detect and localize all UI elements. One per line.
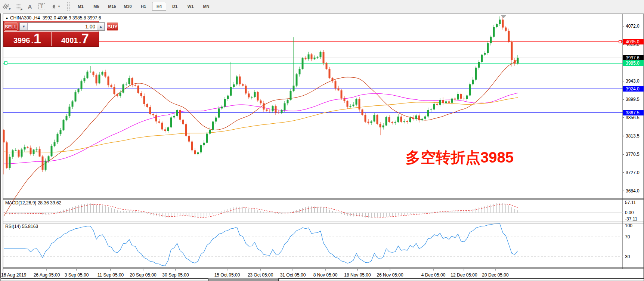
candle-body	[78, 89, 80, 92]
candle-body	[224, 99, 226, 106]
candle-body	[111, 85, 112, 87]
candle-body	[475, 68, 477, 80]
candle-body	[394, 122, 396, 123]
line-handle[interactable]	[4, 62, 7, 64]
candle-body	[451, 99, 453, 103]
candle-body	[508, 31, 510, 41]
candle-body	[21, 149, 23, 157]
candle-body	[421, 119, 423, 120]
candle-body	[314, 58, 316, 59]
candle-body	[239, 77, 241, 84]
candle-body	[221, 106, 223, 108]
candle-body	[305, 58, 307, 59]
price-badge-label: 3924.0	[626, 86, 640, 92]
candle-body	[353, 105, 354, 106]
candle-body	[347, 101, 349, 107]
price-badge-label: 3985.0	[626, 61, 640, 66]
candle-body	[182, 120, 184, 124]
candle-body	[152, 114, 154, 115]
candle-body	[496, 24, 498, 27]
date-label: 26 Nov 05:00	[377, 272, 403, 278]
candle-body	[386, 117, 387, 126]
date-label: 16 Aug 2019	[1, 272, 27, 278]
candle-body	[27, 147, 29, 148]
volume-decrease-button[interactable]: ▼	[20, 23, 28, 30]
price-tick-label: 3770.5	[626, 152, 640, 157]
candle-body	[388, 117, 390, 122]
candle-body	[406, 121, 408, 122]
candle-body	[146, 104, 148, 107]
rsi-label: RSI(14) 55.8163	[5, 224, 38, 229]
candle-body	[87, 72, 89, 78]
buy-price[interactable]: 4001 . 7	[51, 31, 99, 46]
candle-body	[415, 115, 417, 119]
date-label: 4 Dec 05:00	[421, 272, 446, 278]
scrollbar-track-right	[278, 278, 644, 281]
candle-body	[84, 78, 86, 81]
candle-body	[383, 126, 384, 127]
buy-button[interactable]: BUY	[107, 22, 118, 31]
bottom-scrollbar[interactable]	[0, 278, 644, 281]
candle-body	[317, 57, 319, 58]
candle-body	[290, 91, 292, 100]
candle-body	[123, 84, 124, 93]
candle-body	[215, 118, 217, 122]
candle-body	[185, 124, 187, 136]
spinner-down-icon: ▼	[22, 25, 25, 28]
volume-input[interactable]	[28, 23, 97, 30]
candle-body	[15, 150, 17, 151]
sell-price[interactable]: 3996 . 1	[4, 31, 51, 46]
candle-body	[377, 115, 378, 124]
candle-body	[424, 117, 426, 119]
candle-body	[36, 149, 38, 150]
date-label: 11 Sep 05:00	[97, 272, 124, 278]
candle-body	[463, 99, 465, 99]
candle-body	[374, 115, 375, 121]
volume-increase-button[interactable]: ▲	[97, 23, 105, 30]
candle-body	[329, 69, 331, 78]
date-label: 15 Oct 05:00	[214, 272, 240, 278]
sell-price-dot: .	[31, 36, 33, 44]
date-label: 18 Nov 05:00	[344, 272, 371, 278]
price-tick-label: 4072.0	[626, 24, 640, 29]
candle-body	[466, 96, 468, 99]
candle-body	[179, 110, 181, 120]
price-tick-label: 3943.0	[626, 78, 640, 84]
candle-body	[203, 143, 205, 145]
candle-body	[108, 77, 109, 85]
candle-body	[278, 113, 280, 113]
date-label: 20 Sep 05:00	[130, 272, 157, 278]
candle-body	[335, 81, 337, 88]
symbol-header: ▲CHINA300-,H4 3992.0 4006.9 3985.8 3997.…	[5, 15, 101, 21]
candle-body	[332, 78, 334, 81]
candle-body	[481, 55, 483, 62]
one-click-trade-panel: SELL ▼ ▲ BUY 3996 . 1 4001 . 7	[3, 21, 99, 47]
candle-body	[499, 20, 501, 25]
candle-body	[209, 130, 211, 134]
candle-body	[194, 150, 196, 154]
candle-body	[287, 100, 289, 104]
candle-body	[296, 74, 298, 86]
candle-body	[493, 27, 495, 37]
candle-body	[320, 52, 322, 57]
candle-body	[257, 92, 259, 101]
candle-body	[323, 52, 325, 63]
candle-body	[263, 103, 265, 109]
line-handle[interactable]	[619, 40, 622, 43]
candle-body	[245, 86, 247, 93]
price-badge-label: 4035.0	[626, 39, 640, 44]
candle-body	[69, 107, 71, 116]
candle-body	[131, 78, 133, 85]
buy-price-pip: 7	[81, 33, 89, 44]
chart-annotation-text: 多空转折点3985	[406, 147, 514, 168]
candle-body	[170, 117, 172, 127]
candle-body	[427, 110, 429, 117]
candle-body	[191, 142, 193, 151]
date-label: 20 Dec 05:00	[482, 272, 509, 278]
sell-button[interactable]: SELL	[4, 22, 18, 31]
candle-body	[490, 37, 492, 43]
candle-body	[433, 104, 435, 109]
candle-body	[206, 134, 208, 143]
candle-body	[212, 121, 214, 130]
candle-body	[164, 129, 166, 131]
